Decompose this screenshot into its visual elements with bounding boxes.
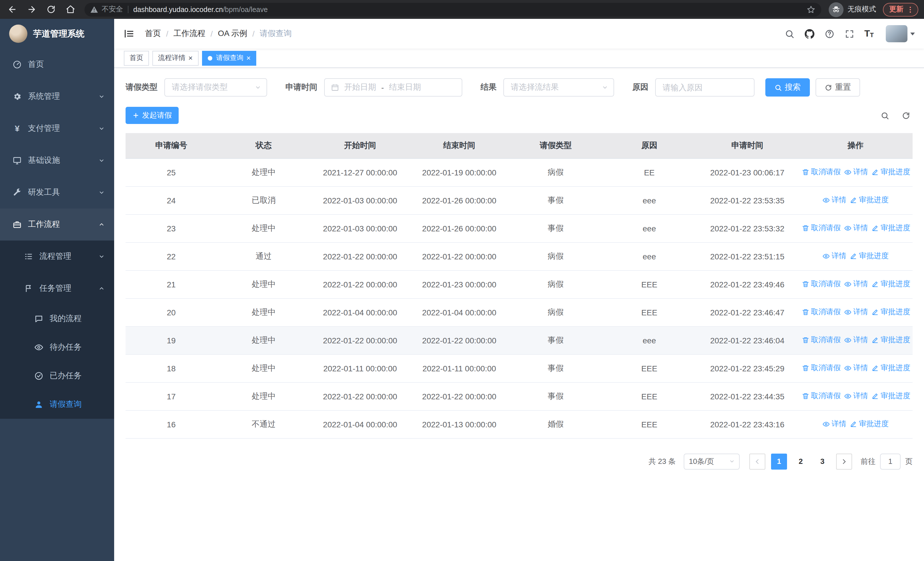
address-bar[interactable]: 不安全 dashboard.yudao.iocoder.cn /bpm/oa/l…	[84, 3, 821, 16]
prev-page-button[interactable]	[749, 453, 765, 469]
cancel-leave-link[interactable]: 取消请假	[802, 167, 841, 177]
wrench-icon	[12, 188, 22, 197]
detail-link[interactable]: 详情	[844, 335, 868, 345]
create-leave-button[interactable]: 发起请假	[126, 107, 178, 124]
tab-process-detail[interactable]: 流程详情 ×	[152, 51, 198, 65]
screen: 不安全 dashboard.yudao.iocoder.cn /bpm/oa/l…	[0, 0, 924, 561]
cancel-leave-link[interactable]: 取消请假	[802, 307, 841, 317]
cell-type: 婚假	[509, 410, 602, 438]
cell-actions: 取消请假详情审批进度	[798, 382, 913, 410]
browser-update-menu[interactable]: 更新	[883, 3, 918, 16]
cell-id: 17	[126, 382, 217, 410]
sidebar-item-system[interactable]: 系统管理	[0, 81, 114, 113]
tab-home[interactable]: 首页	[124, 51, 149, 65]
cancel-leave-link[interactable]: 取消请假	[802, 335, 841, 345]
tab-leave-query[interactable]: 请假查询 ×	[202, 51, 256, 65]
breadcrumb-item[interactable]: 首页	[145, 29, 161, 39]
table-row: 23处理中2022-01-03 00:00:002022-01-26 00:00…	[126, 214, 913, 242]
sidebar-item-infrastructure[interactable]: 基础设施	[0, 144, 114, 176]
search-button[interactable]: 搜索	[765, 78, 810, 96]
sidebar-item-payment[interactable]: ¥ 支付管理	[0, 113, 114, 144]
page-unit-label: 页	[905, 456, 913, 466]
progress-link[interactable]: 审批进度	[872, 167, 910, 177]
progress-link[interactable]: 审批进度	[850, 251, 889, 261]
font-size-icon[interactable]: TT	[864, 29, 874, 38]
progress-link[interactable]: 审批进度	[850, 419, 889, 429]
chat-icon	[34, 314, 44, 323]
progress-link[interactable]: 审批进度	[872, 335, 910, 345]
back-icon[interactable]	[7, 4, 18, 15]
reset-button[interactable]: 重置	[816, 78, 860, 96]
fullscreen-icon[interactable]	[844, 29, 855, 39]
cell-status: 已取消	[217, 186, 310, 214]
edit-icon	[872, 393, 879, 400]
reason-input[interactable]	[655, 78, 754, 96]
page-button-3[interactable]: 3	[814, 453, 830, 469]
breadcrumb-item[interactable]: 工作流程	[174, 29, 206, 39]
filter-leave-type: 请假类型 请选择请假类型	[126, 78, 267, 96]
collapse-sidebar-icon[interactable]	[123, 28, 135, 39]
user-menu[interactable]	[886, 25, 915, 42]
progress-link[interactable]: 审批进度	[850, 195, 889, 205]
progress-link[interactable]: 审批进度	[872, 391, 910, 401]
home-icon[interactable]	[65, 4, 76, 15]
forward-icon[interactable]	[26, 4, 37, 15]
progress-link[interactable]: 审批进度	[872, 223, 910, 233]
detail-link[interactable]: 详情	[844, 391, 868, 401]
cell-reason: EEE	[602, 410, 696, 438]
delete-icon	[802, 364, 809, 372]
detail-link[interactable]: 详情	[822, 195, 846, 205]
sidebar-item-home[interactable]: 首页	[0, 48, 114, 81]
sidebar-item-done-tasks[interactable]: 已办任务	[0, 362, 114, 390]
progress-link[interactable]: 审批进度	[872, 363, 910, 373]
cell-type: 事假	[509, 214, 602, 242]
progress-link[interactable]: 审批进度	[872, 279, 910, 289]
edit-icon	[872, 337, 879, 344]
edit-icon	[850, 197, 857, 204]
sidebar-item-my-process[interactable]: 我的流程	[0, 304, 114, 333]
reload-icon[interactable]	[46, 4, 57, 15]
sidebar-item-todo-tasks[interactable]: 待办任务	[0, 333, 114, 362]
cancel-leave-link[interactable]: 取消请假	[802, 363, 841, 373]
select-placeholder: 请选择流结果	[511, 82, 559, 93]
detail-link[interactable]: 详情	[844, 307, 868, 317]
close-icon[interactable]: ×	[246, 54, 250, 62]
cell-start: 2022-01-11 00:00:00	[310, 354, 410, 382]
cancel-leave-link[interactable]: 取消请假	[802, 223, 841, 233]
refresh-table-icon[interactable]	[902, 111, 910, 120]
close-icon[interactable]: ×	[188, 54, 193, 62]
sidebar-item-dev-tools[interactable]: 研发工具	[0, 176, 114, 209]
detail-link[interactable]: 详情	[844, 167, 868, 177]
sidebar-item-leave-query[interactable]: 请假查询	[0, 390, 114, 419]
github-icon[interactable]	[804, 29, 815, 39]
sidebar-item-process-management[interactable]: 流程管理	[0, 241, 114, 272]
detail-link[interactable]: 详情	[822, 251, 846, 261]
result-select[interactable]: 请选择流结果	[503, 78, 614, 96]
help-icon[interactable]	[824, 29, 835, 39]
cancel-leave-link[interactable]: 取消请假	[802, 279, 841, 289]
breadcrumb-item[interactable]: OA 示例	[218, 29, 248, 39]
detail-link[interactable]: 详情	[822, 419, 846, 429]
cell-status: 处理中	[217, 270, 310, 298]
cancel-leave-link[interactable]: 取消请假	[802, 391, 841, 401]
date-range-picker[interactable]: 开始日期 - 结束日期	[324, 78, 462, 96]
next-page-button[interactable]	[836, 453, 852, 469]
kebab-menu-icon	[906, 5, 914, 14]
bookmark-star-icon[interactable]	[806, 5, 816, 14]
progress-link[interactable]: 审批进度	[872, 307, 910, 317]
cell-end: 2022-01-04 00:00:00	[410, 298, 509, 326]
leave-type-select[interactable]: 请选择请假类型	[164, 78, 267, 96]
search-icon[interactable]	[784, 29, 795, 39]
page-size-select[interactable]: 10条/页	[684, 453, 740, 469]
cell-apply_time: 2022-01-22 23:45:29	[696, 354, 798, 382]
detail-link[interactable]: 详情	[844, 363, 868, 373]
sidebar-item-task-management[interactable]: 任务管理	[0, 272, 114, 304]
detail-link[interactable]: 详情	[844, 223, 868, 233]
detail-link[interactable]: 详情	[844, 279, 868, 289]
page-button-2[interactable]: 2	[793, 453, 809, 469]
sidebar-item-workflow[interactable]: 工作流程	[0, 209, 114, 241]
page-button-1[interactable]: 1	[771, 453, 787, 469]
toggle-search-icon[interactable]	[880, 111, 889, 120]
goto-page-input[interactable]	[880, 453, 901, 469]
cell-apply_time: 2022-01-22 23:51:15	[696, 242, 798, 270]
